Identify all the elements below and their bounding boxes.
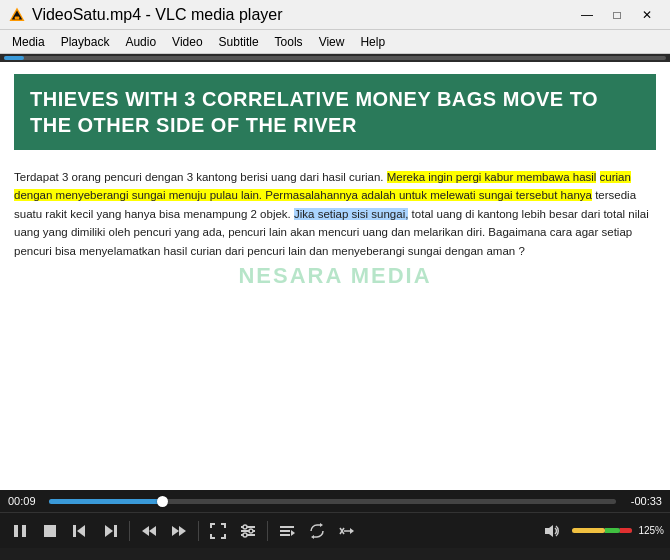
slower-button[interactable]	[135, 517, 163, 545]
svg-marker-25	[311, 535, 314, 539]
progress-fill	[49, 499, 162, 504]
svg-rect-5	[44, 525, 56, 537]
prev-button[interactable]	[66, 517, 94, 545]
controls-right: 125%	[538, 517, 664, 545]
separator-2	[198, 521, 199, 541]
progress-handle	[157, 496, 168, 507]
svg-marker-29	[350, 528, 354, 534]
faster-button[interactable]	[165, 517, 193, 545]
menu-video[interactable]: Video	[164, 33, 210, 51]
menu-playback[interactable]: Playback	[53, 33, 118, 51]
top-seek-area[interactable]	[0, 54, 670, 62]
play-pause-button[interactable]	[6, 517, 34, 545]
svg-point-17	[243, 525, 247, 529]
menu-view[interactable]: View	[311, 33, 353, 51]
svg-point-19	[243, 533, 247, 537]
svg-marker-10	[142, 526, 149, 536]
svg-marker-23	[291, 530, 295, 536]
time-remaining: -00:33	[622, 495, 662, 507]
random-icon	[339, 523, 355, 539]
vlc-icon	[8, 6, 26, 24]
svg-marker-7	[77, 525, 85, 537]
minimize-button[interactable]: —	[572, 5, 602, 25]
playlist-button[interactable]	[273, 517, 301, 545]
volume-label: 125%	[638, 525, 664, 536]
volume-fill-red	[620, 528, 632, 533]
menu-tools[interactable]: Tools	[267, 33, 311, 51]
watermark: NESARA MEDIA	[238, 263, 431, 289]
stop-button[interactable]	[36, 517, 64, 545]
slower-icon	[141, 523, 157, 539]
svg-rect-4	[22, 525, 26, 537]
fullscreen-button[interactable]	[204, 517, 232, 545]
volume-bar[interactable]	[572, 528, 632, 533]
svg-point-18	[249, 529, 253, 533]
prev-icon	[72, 523, 88, 539]
seek-track[interactable]	[4, 56, 666, 60]
time-bar: 00:09 -00:33	[0, 490, 670, 512]
extended-button[interactable]	[234, 517, 262, 545]
menu-subtitle[interactable]: Subtitle	[211, 33, 267, 51]
svg-rect-3	[14, 525, 18, 537]
fullscreen-icon	[210, 523, 226, 539]
svg-marker-12	[172, 526, 179, 536]
title-bar-controls: — □ ✕	[572, 5, 662, 25]
svg-rect-6	[73, 525, 76, 537]
svg-rect-8	[114, 525, 117, 537]
next-button[interactable]	[96, 517, 124, 545]
subtitle-banner-text: THIEVES WITH 3 CORRELATIVE MONEY BAGS MO…	[30, 86, 640, 138]
separator-1	[129, 521, 130, 541]
menu-audio[interactable]: Audio	[117, 33, 164, 51]
next-icon	[102, 523, 118, 539]
svg-marker-9	[105, 525, 113, 537]
volume-button[interactable]	[538, 517, 566, 545]
title-bar-left: VideoSatu.mp4 - VLC media player	[8, 6, 283, 24]
body-text: Terdapat 3 orang pencuri dengan 3 kanton…	[14, 168, 656, 260]
playlist-icon	[279, 523, 295, 539]
extended-icon	[240, 523, 256, 539]
separator-3	[267, 521, 268, 541]
svg-rect-2	[15, 16, 20, 19]
svg-marker-30	[545, 525, 553, 537]
maximize-button[interactable]: □	[602, 5, 632, 25]
svg-rect-20	[280, 526, 294, 528]
faster-icon	[171, 523, 187, 539]
volume-icon	[544, 523, 560, 539]
svg-rect-22	[280, 534, 290, 536]
video-area: THIEVES WITH 3 CORRELATIVE MONEY BAGS MO…	[0, 62, 670, 490]
volume-fill-yellow	[572, 528, 605, 533]
title-bar: VideoSatu.mp4 - VLC media player — □ ✕	[0, 0, 670, 30]
loop-icon	[309, 523, 325, 539]
menu-bar: Media Playback Audio Video Subtitle Tool…	[0, 30, 670, 54]
seek-fill	[4, 56, 24, 60]
pause-icon	[12, 523, 28, 539]
svg-marker-11	[149, 526, 156, 536]
progress-track[interactable]	[49, 499, 616, 504]
stop-icon	[42, 523, 58, 539]
menu-help[interactable]: Help	[352, 33, 393, 51]
window-title: VideoSatu.mp4 - VLC media player	[32, 6, 283, 24]
menu-media[interactable]: Media	[4, 33, 53, 51]
subtitle-banner: THIEVES WITH 3 CORRELATIVE MONEY BAGS MO…	[14, 74, 656, 150]
time-elapsed: 00:09	[8, 495, 43, 507]
volume-fill-green	[605, 528, 620, 533]
loop-button[interactable]	[303, 517, 331, 545]
controls-bar: 125%	[0, 512, 670, 548]
svg-marker-24	[320, 523, 323, 527]
svg-marker-13	[179, 526, 186, 536]
close-button[interactable]: ✕	[632, 5, 662, 25]
svg-rect-21	[280, 530, 290, 532]
random-button[interactable]	[333, 517, 361, 545]
